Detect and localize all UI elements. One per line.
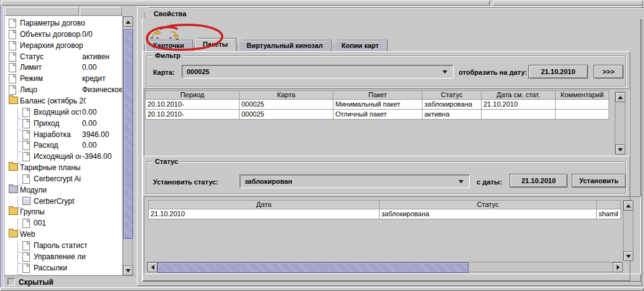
column-header[interactable]: Статус bbox=[422, 90, 482, 100]
column-header[interactable]: Дата см. стат. bbox=[481, 90, 556, 100]
tree-column-header-value[interactable] bbox=[80, 7, 122, 16]
tree-item-label: 001 bbox=[34, 219, 100, 227]
tree-item[interactable]: Web bbox=[5, 230, 122, 241]
tree-item-label: Лимит bbox=[20, 63, 81, 72]
scroll-up-button[interactable] bbox=[623, 201, 633, 211]
table-row[interactable]: 20.10.2010-000025Минимальный пакетзаблок… bbox=[145, 99, 609, 110]
table-cell[interactable]: заблокирована bbox=[422, 99, 482, 110]
tree-item[interactable]: Объекты договора0/0 bbox=[5, 30, 122, 41]
status-date-field[interactable]: 21.10.2010 bbox=[510, 174, 567, 188]
history-table-vscrollbar[interactable] bbox=[623, 200, 633, 260]
tree-item-value: 0.00 bbox=[82, 141, 96, 150]
table-cell[interactable]: активна bbox=[422, 109, 482, 120]
table-cell[interactable] bbox=[555, 99, 609, 110]
scroll-down-button[interactable] bbox=[123, 265, 133, 275]
tree-item[interactable]: Параметры догово bbox=[5, 19, 122, 30]
scrollbar-thumb[interactable] bbox=[157, 262, 469, 273]
column-header[interactable]: Карта bbox=[239, 90, 334, 100]
tab-1[interactable]: Пакеты bbox=[194, 38, 236, 51]
tree-item[interactable]: Режимкредит bbox=[5, 74, 122, 85]
doc-icon bbox=[22, 152, 30, 161]
tree-item[interactable]: Иерархия договор bbox=[5, 41, 122, 52]
table-cell[interactable]: 000025 bbox=[239, 109, 334, 120]
table-cell[interactable] bbox=[481, 109, 556, 120]
packages-table-scrollbar[interactable] bbox=[615, 92, 625, 154]
scroll-left-button[interactable] bbox=[147, 262, 157, 272]
tree-item[interactable]: Тарифные планы bbox=[5, 163, 122, 174]
column-header[interactable]: Статус bbox=[379, 200, 597, 209]
apply-status-button[interactable]: Установить bbox=[572, 174, 626, 188]
tree-item-label: Наработка bbox=[34, 130, 81, 139]
tree-item-label: Лицо bbox=[20, 85, 81, 94]
table-cell[interactable]: shamil bbox=[596, 209, 621, 219]
arrow-up-icon bbox=[626, 204, 631, 208]
doc-icon bbox=[22, 219, 30, 228]
more-button[interactable]: >>> bbox=[594, 65, 623, 79]
hidden-checkbox[interactable] bbox=[7, 278, 15, 285]
doc-icon bbox=[22, 252, 30, 262]
tab-2[interactable]: Виртуальный кинозал bbox=[238, 40, 332, 51]
tree-item[interactable]: Баланс (октябрь 20 bbox=[5, 97, 122, 108]
scroll-down-button[interactable] bbox=[615, 145, 625, 155]
table-cell[interactable]: 21.10.2010 bbox=[481, 99, 556, 110]
table-cell[interactable]: 21.10.2010 bbox=[148, 209, 380, 219]
window-edge bbox=[0, 6, 4, 291]
tree-item[interactable]: Входящий ост:0.00 bbox=[5, 108, 122, 119]
arrow-up-icon bbox=[618, 96, 623, 99]
table-cell[interactable]: 20.10.2010- bbox=[145, 99, 240, 110]
tree-column-header-name[interactable] bbox=[5, 7, 79, 16]
column-header[interactable]: Дата bbox=[148, 200, 380, 209]
table-cell[interactable]: Отличный пакет bbox=[333, 109, 422, 120]
tree-item[interactable]: Статусактивен bbox=[5, 52, 122, 64]
tree-item[interactable]: Пароль статист bbox=[5, 241, 122, 252]
column-header[interactable]: Комментарий bbox=[555, 90, 609, 100]
doc-icon bbox=[9, 52, 16, 62]
tree-item-value: Физическое bbox=[82, 85, 122, 94]
column-header[interactable]: Период bbox=[145, 90, 240, 100]
table-cell[interactable]: 000025 bbox=[239, 99, 334, 110]
scroll-right-button[interactable] bbox=[613, 262, 623, 272]
arrow-up-icon bbox=[126, 21, 131, 24]
tree-item[interactable]: Наработка3946.00 bbox=[5, 130, 122, 141]
tree-item[interactable]: Расход0.00 bbox=[5, 141, 122, 152]
card-combobox[interactable]: 000025 bbox=[182, 65, 454, 79]
from-date-label: с даты: bbox=[477, 178, 502, 186]
tree-item[interactable]: Лимит0.00 bbox=[5, 63, 122, 74]
status-combobox[interactable]: заблокирован bbox=[240, 174, 470, 188]
scroll-down-button[interactable] bbox=[623, 251, 633, 261]
tree-item[interactable]: Группы bbox=[5, 208, 122, 219]
scrollbar-thumb[interactable] bbox=[123, 29, 133, 239]
tree-item[interactable]: Cerbercrypt Ai bbox=[5, 174, 122, 186]
tree-item[interactable]: ЛицоФизическое bbox=[5, 85, 122, 97]
tree-item-label: Входящий ост: bbox=[34, 108, 81, 117]
column-header[interactable]: Пакет bbox=[333, 90, 422, 100]
doc-icon bbox=[9, 74, 16, 83]
set-status-label: Установить статус: bbox=[153, 178, 218, 186]
tab-0[interactable]: Карточки bbox=[144, 40, 193, 51]
table-row[interactable]: 21.10.2010заблокированаshamil bbox=[148, 209, 621, 219]
tree-item-label: Тарифные планы bbox=[20, 163, 86, 172]
tree-item[interactable]: Управление ли bbox=[5, 252, 122, 264]
doc-icon bbox=[22, 141, 30, 150]
table-cell[interactable]: заблокирована bbox=[379, 209, 597, 219]
history-table-hscrollbar[interactable] bbox=[147, 262, 622, 272]
tree-item[interactable]: 001 bbox=[5, 219, 122, 230]
tree-item[interactable]: CerberCrypt bbox=[5, 197, 122, 208]
table-row[interactable]: 20.10.2010-000025Отличный пакетактивна bbox=[145, 109, 609, 120]
table-cell[interactable]: Минимальный пакет bbox=[333, 99, 422, 110]
tree-item[interactable]: Модули bbox=[5, 186, 122, 197]
scroll-up-button[interactable] bbox=[123, 17, 133, 27]
tree-item[interactable]: Исходящий ос-3946.00 bbox=[5, 152, 122, 163]
tree-item[interactable]: Приход0.00 bbox=[5, 119, 122, 130]
tab-properties[interactable]: Свойства bbox=[145, 7, 644, 19]
display-date-field[interactable]: 21.10.2010 bbox=[528, 65, 588, 79]
table-cell[interactable]: 20.10.2010- bbox=[145, 109, 240, 120]
tree-scrollbar[interactable] bbox=[123, 16, 133, 275]
tree-item-label: Режим bbox=[20, 74, 81, 83]
column-header[interactable] bbox=[596, 200, 621, 209]
table-cell[interactable] bbox=[555, 109, 609, 120]
tree-item[interactable]: Рассылки bbox=[5, 264, 122, 275]
scroll-up-button[interactable] bbox=[615, 92, 625, 102]
tab-3[interactable]: Копии карт bbox=[333, 40, 388, 51]
contract-tree: Параметры договоОбъекты договора0/0Иерар… bbox=[5, 16, 122, 275]
